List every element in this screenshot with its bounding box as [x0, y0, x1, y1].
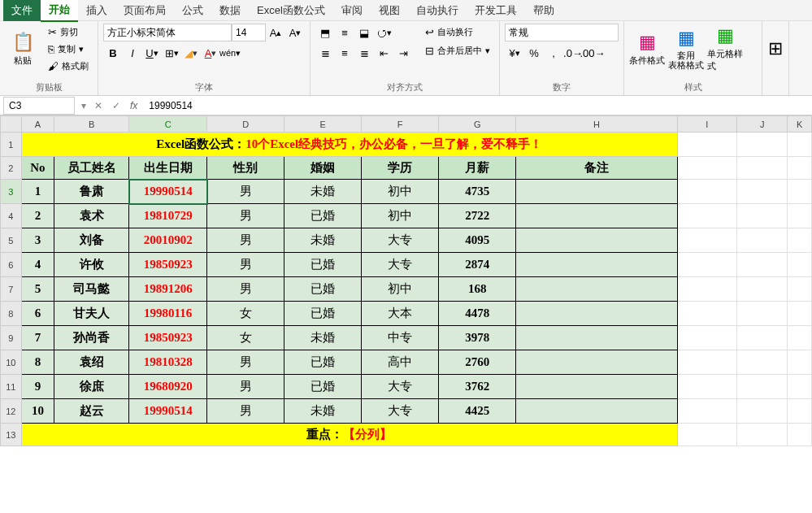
confirm-formula-button[interactable]: ✓: [107, 97, 125, 115]
cell-name[interactable]: 许攸: [54, 253, 129, 277]
cell-salary[interactable]: 4735: [439, 180, 516, 204]
align-middle-button[interactable]: ≡: [335, 24, 354, 41]
cell-marriage[interactable]: 已婚: [284, 204, 362, 228]
cell-remark[interactable]: [516, 228, 677, 253]
cell-gender[interactable]: 男: [207, 375, 284, 399]
font-name-select[interactable]: [103, 24, 232, 41]
cell-remark[interactable]: [516, 350, 677, 375]
row-header-13[interactable]: 13: [1, 424, 22, 446]
bold-button[interactable]: B: [103, 44, 123, 62]
cell-remark[interactable]: [516, 326, 677, 350]
cell-name[interactable]: 徐庶: [54, 375, 129, 399]
table-header[interactable]: 月薪: [439, 157, 516, 180]
table-header[interactable]: 员工姓名: [54, 157, 129, 180]
cell-edu[interactable]: 大专: [362, 228, 439, 253]
table-header[interactable]: 备注: [516, 157, 677, 180]
cell-no[interactable]: 10: [21, 399, 54, 424]
cell-styles-button[interactable]: ▦ 单元格样式: [707, 24, 743, 74]
cell-marriage[interactable]: 已婚: [284, 350, 362, 375]
cut-button[interactable]: ✂剪切: [44, 24, 93, 40]
cell-gender[interactable]: 男: [207, 399, 284, 424]
align-center-button[interactable]: ≡: [335, 44, 354, 62]
cell-date[interactable]: 20010902: [129, 228, 207, 253]
title-cell[interactable]: Excel函数公式：10个Excel经典技巧，办公必备，一旦了解，爱不释手！: [21, 133, 677, 157]
align-right-button[interactable]: ≣: [354, 44, 374, 62]
row-header-4[interactable]: 4: [1, 204, 22, 228]
spreadsheet-grid[interactable]: ABCDEFGHIJK1Excel函数公式：10个Excel经典技巧，办公必备，…: [0, 115, 812, 513]
cell-edu[interactable]: 大专: [362, 375, 439, 399]
percent-button[interactable]: %: [524, 44, 544, 62]
align-top-button[interactable]: ⬒: [315, 24, 335, 41]
cell-name[interactable]: 袁术: [54, 204, 129, 228]
menu-tab-view[interactable]: 视图: [371, 0, 408, 21]
cell-marriage[interactable]: 已婚: [284, 253, 362, 277]
cell-no[interactable]: 1: [21, 180, 54, 204]
cell-remark[interactable]: [516, 180, 677, 204]
copy-button[interactable]: ⎘复制 ▾: [44, 41, 93, 57]
row-header-12[interactable]: 12: [1, 399, 22, 424]
cell-name[interactable]: 袁绍: [54, 350, 129, 375]
row-header-8[interactable]: 8: [1, 302, 22, 326]
cell-name[interactable]: 刘备: [54, 228, 129, 253]
cell-no[interactable]: 5: [21, 277, 54, 302]
grow-font-button[interactable]: A▴: [266, 24, 285, 41]
cell-gender[interactable]: 女: [207, 326, 284, 350]
cell-edu[interactable]: 中专: [362, 326, 439, 350]
cell-gender[interactable]: 女: [207, 302, 284, 326]
cell-gender[interactable]: 男: [207, 180, 284, 204]
cell-date[interactable]: 19810328: [129, 350, 207, 375]
cell-edu[interactable]: 初中: [362, 204, 439, 228]
cell-marriage[interactable]: 已婚: [284, 302, 362, 326]
cell-remark[interactable]: [516, 204, 677, 228]
painter-button[interactable]: 🖌格式刷: [44, 58, 93, 74]
wrap-text-button[interactable]: ↩自动换行: [421, 24, 494, 40]
cell-name[interactable]: 甘夫人: [54, 302, 129, 326]
name-box-dropdown-icon[interactable]: ▾: [78, 100, 89, 111]
merge-center-button[interactable]: ⊟合并后居中 ▾: [421, 42, 494, 59]
cell-name[interactable]: 赵云: [54, 399, 129, 424]
col-header-K[interactable]: K: [788, 116, 812, 133]
indent-decrease-button[interactable]: ⇤: [374, 44, 393, 62]
menu-tab-review[interactable]: 审阅: [333, 0, 371, 21]
border-button[interactable]: ⊞▾: [162, 44, 181, 62]
cell-date[interactable]: 19990514: [129, 180, 207, 204]
cell-remark[interactable]: [516, 253, 677, 277]
paste-button[interactable]: 📋 粘贴: [5, 24, 41, 74]
table-header[interactable]: 学历: [362, 157, 439, 180]
row-header-9[interactable]: 9: [1, 326, 22, 350]
cell-marriage[interactable]: 已婚: [284, 277, 362, 302]
cell-no[interactable]: 7: [21, 326, 54, 350]
cell-gender[interactable]: 男: [207, 204, 284, 228]
cell-edu[interactable]: 初中: [362, 180, 439, 204]
table-header[interactable]: 婚姻: [284, 157, 362, 180]
col-header-B[interactable]: B: [54, 116, 129, 133]
col-header-E[interactable]: E: [284, 116, 362, 133]
col-header-F[interactable]: F: [362, 116, 439, 133]
cell-no[interactable]: 4: [21, 253, 54, 277]
row-header-11[interactable]: 11: [1, 375, 22, 399]
italic-button[interactable]: I: [123, 44, 142, 62]
cell-date[interactable]: 19850923: [129, 326, 207, 350]
cell-marriage[interactable]: 未婚: [284, 180, 362, 204]
table-header[interactable]: 出生日期: [129, 157, 207, 180]
menu-tab-auto[interactable]: 自动执行: [408, 0, 467, 21]
row-header-2[interactable]: 2: [1, 157, 22, 180]
orientation-button[interactable]: ⭯▾: [374, 24, 393, 41]
cell-no[interactable]: 8: [21, 350, 54, 375]
cell-gender[interactable]: 男: [207, 228, 284, 253]
cell-edu[interactable]: 高中: [362, 350, 439, 375]
col-header-I[interactable]: I: [677, 116, 736, 133]
fx-icon[interactable]: fx: [125, 100, 142, 111]
cell-gender[interactable]: 男: [207, 253, 284, 277]
cell-name[interactable]: 孙尚香: [54, 326, 129, 350]
number-format-select[interactable]: [505, 24, 619, 41]
cell-salary[interactable]: 4095: [439, 228, 516, 253]
cell-salary[interactable]: 3978: [439, 326, 516, 350]
cell-remark[interactable]: [516, 302, 677, 326]
decrease-decimal-button[interactable]: .00→: [583, 44, 602, 62]
row-header-1[interactable]: 1: [1, 133, 22, 157]
insert-cells-button[interactable]: ⊞: [767, 24, 784, 74]
cell-remark[interactable]: [516, 399, 677, 424]
cell-marriage[interactable]: 未婚: [284, 399, 362, 424]
cell-gender[interactable]: 男: [207, 350, 284, 375]
